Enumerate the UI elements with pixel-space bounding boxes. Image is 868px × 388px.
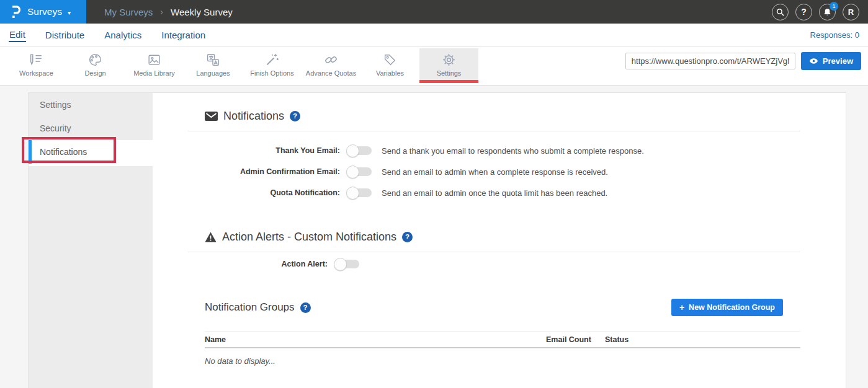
- content-background: Settings Security Notifications Notifica…: [0, 86, 868, 388]
- notification-groups-title-wrap: Notification Groups ?: [205, 301, 311, 314]
- section-divider: [188, 252, 800, 252]
- toolbar-settings[interactable]: Settings: [419, 48, 478, 80]
- action-alert-toggle[interactable]: [335, 260, 359, 268]
- advance-quotas-link-icon: [323, 52, 339, 68]
- admin-confirmation-email-label: Admin Confirmation Email:: [205, 167, 340, 176]
- survey-nav: Edit Distribute Analytics Integration Re…: [0, 24, 868, 47]
- notifications-settings-main: Notifications ? Thank You Email: Send a …: [153, 93, 846, 388]
- topbar-actions: ? 1 R: [772, 4, 859, 20]
- sidebar-item-notifications[interactable]: Notifications: [29, 140, 153, 164]
- question-mark-icon: ?: [801, 7, 807, 17]
- search-button[interactable]: [772, 4, 789, 20]
- notification-groups-table: Name Email Count Status No data to displ…: [205, 331, 800, 366]
- breadcrumb-separator-icon: ›: [160, 7, 163, 17]
- thank-you-email-toggle[interactable]: [347, 146, 372, 155]
- action-alerts-section-header: Action Alerts - Custom Notifications ?: [205, 231, 800, 243]
- topbar: Surveys ▾ My Surveys › Weekly Survey ? 1…: [0, 0, 868, 24]
- action-alerts-help-icon[interactable]: ?: [402, 232, 413, 242]
- new-notification-group-button[interactable]: + New Notification Group: [671, 299, 783, 316]
- plus-icon: +: [679, 302, 684, 312]
- questionpro-logo-icon: [8, 4, 22, 20]
- section-title-notifications: Notifications: [223, 110, 284, 123]
- tab-distribute[interactable]: Distribute: [45, 29, 85, 42]
- edit-toolbar: Workspace Design Media Library Languages…: [0, 47, 868, 86]
- toolbar-design[interactable]: Design: [66, 48, 125, 80]
- workspace-icon: [29, 52, 44, 68]
- account-avatar[interactable]: R: [843, 4, 859, 20]
- eye-icon: [809, 58, 818, 64]
- tab-integration[interactable]: Integration: [161, 29, 206, 42]
- variables-tag-icon: [382, 52, 398, 68]
- finish-options-wand-icon: [264, 52, 280, 68]
- quota-notification-label: Quota Notification:: [205, 188, 340, 197]
- toolbar-variables[interactable]: Variables: [360, 48, 419, 80]
- toolbar-media-library[interactable]: Media Library: [125, 48, 184, 80]
- design-palette-icon: [87, 52, 103, 68]
- admin-confirmation-email-toggle[interactable]: [347, 167, 372, 176]
- column-header-email-count: Email Count: [546, 335, 605, 344]
- thank-you-email-row: Thank You Email: Send a thank you email …: [205, 140, 800, 161]
- settings-panel: Settings Security Notifications Notifica…: [28, 92, 846, 388]
- languages-icon: [205, 52, 221, 68]
- notifications-section-header: Notifications ?: [205, 110, 800, 122]
- toolbar-workspace[interactable]: Workspace: [7, 48, 66, 80]
- thank-you-email-description: Send a thank you email to respondents wh…: [382, 146, 644, 156]
- help-button[interactable]: ?: [795, 4, 812, 20]
- quota-notification-description: Send an email to admin once the quota li…: [382, 188, 607, 198]
- table-empty-message: No data to display...: [205, 348, 800, 366]
- responses-count[interactable]: Responses: 0: [810, 30, 860, 40]
- breadcrumb-my-surveys[interactable]: My Surveys: [104, 7, 153, 17]
- admin-confirmation-email-description: Send an email to admin when a complete r…: [382, 167, 608, 177]
- action-alert-label: Action Alert:: [205, 260, 328, 268]
- notifications-help-icon[interactable]: ?: [290, 111, 300, 121]
- notification-count-badge: 1: [830, 2, 838, 11]
- breadcrumb-current-survey: Weekly Survey: [171, 7, 233, 17]
- column-header-status: Status: [605, 335, 800, 344]
- tab-analytics[interactable]: Analytics: [104, 29, 142, 42]
- notification-groups-header: Notification Groups ? + New Notification…: [188, 299, 800, 316]
- tab-edit[interactable]: Edit: [9, 28, 26, 42]
- preview-button[interactable]: Preview: [801, 52, 861, 70]
- quota-notification-toggle[interactable]: [347, 188, 372, 197]
- notification-toggle-rows: Thank You Email: Send a thank you email …: [205, 140, 800, 203]
- settings-gear-icon: [441, 52, 457, 68]
- chevron-down-icon: ▾: [68, 9, 71, 16]
- avatar-initial: R: [848, 7, 854, 17]
- action-alert-row: Action Alert:: [205, 256, 800, 272]
- breadcrumb: My Surveys › Weekly Survey: [104, 7, 233, 17]
- notifications-button[interactable]: 1: [819, 4, 836, 20]
- survey-url-input[interactable]: [625, 53, 795, 69]
- product-switcher[interactable]: Surveys ▾: [0, 0, 86, 24]
- sidebar-item-settings[interactable]: Settings: [29, 93, 153, 117]
- notification-groups-help-icon[interactable]: ?: [300, 302, 311, 313]
- section-divider: [188, 131, 800, 131]
- sidebar-filler: [29, 166, 153, 388]
- toolbar-languages[interactable]: Languages: [184, 48, 243, 80]
- envelope-icon: [205, 112, 218, 121]
- toolbar-right: Preview: [625, 52, 861, 70]
- toolbar-finish-options[interactable]: Finish Options: [243, 48, 302, 80]
- product-name: Surveys: [27, 6, 62, 17]
- sidebar-item-security[interactable]: Security: [29, 117, 153, 140]
- admin-confirmation-email-row: Admin Confirmation Email: Send an email …: [205, 161, 800, 182]
- section-title-action-alerts: Action Alerts - Custom Notifications: [222, 231, 396, 244]
- media-library-icon: [146, 52, 162, 68]
- settings-sidebar: Settings Security Notifications: [29, 93, 153, 388]
- notification-groups-title: Notification Groups: [205, 301, 295, 314]
- action-alert-rows: Action Alert:: [205, 256, 800, 272]
- column-header-name: Name: [205, 335, 546, 344]
- table-header-row: Name Email Count Status: [205, 331, 800, 348]
- search-icon: [776, 7, 785, 17]
- warning-triangle-icon: [205, 232, 217, 242]
- quota-notification-row: Quota Notification: Send an email to adm…: [205, 182, 800, 203]
- toolbar-advance-quotas[interactable]: Advance Quotas: [302, 48, 360, 80]
- thank-you-email-label: Thank You Email:: [205, 146, 340, 155]
